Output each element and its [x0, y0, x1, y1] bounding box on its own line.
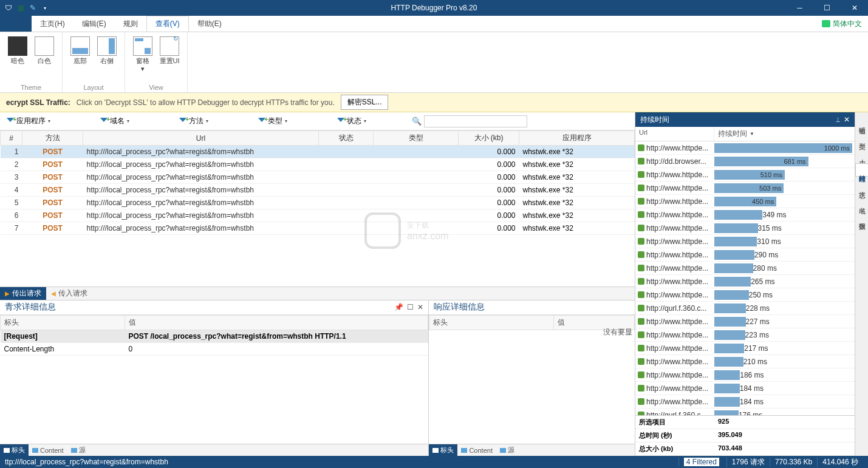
duration-row[interactable]: http://www.httpde... 349 ms [635, 208, 855, 222]
ribbon-btn-white-icon[interactable]: 白色 [32, 35, 57, 83]
vtab-3[interactable]: 持续时间 [855, 163, 868, 177]
table-row[interactable]: 7 POST http:///local_process_rpc?what=re… [1, 222, 635, 235]
duration-row[interactable]: http://www.httpde... 265 ms [635, 275, 855, 288]
duration-row[interactable]: http://www.httpde... 223 ms [635, 328, 855, 342]
duration-row[interactable]: http://www.httpde... 280 ms [635, 262, 855, 275]
menu-tab-3[interactable]: 查看(V) [146, 16, 189, 32]
duration-row[interactable]: http://www.httpde... 510 ms [635, 168, 855, 181]
vtab-1[interactable]: 类型 [855, 132, 868, 144]
response-detail-pane: 响应详细信息 标头 值 没有要显 标头Content源 [429, 300, 635, 456]
bottom-tab-标头[interactable]: 标头 [0, 444, 29, 456]
duration-col-duration[interactable]: 持续时间 ▼ [714, 127, 855, 141]
vtab-0[interactable]: 哈迪明 [855, 116, 868, 128]
filter-3[interactable]: 类型▾ [254, 114, 292, 128]
bottom-tab-源[interactable]: 源 [67, 444, 89, 456]
duration-bar: 217 ms [714, 344, 744, 353]
status-filtered: 4 Filtered [678, 458, 726, 466]
decrypt-ssl-button[interactable]: 解密SSL... [341, 95, 389, 110]
grid-col-0[interactable]: # [1, 131, 22, 146]
duration-row[interactable]: http://www.httpde... 186 ms [635, 368, 855, 382]
duration-col-url[interactable]: Url [635, 127, 714, 141]
duration-row[interactable]: http://www.httpde... 184 ms [635, 382, 855, 395]
duration-row[interactable]: http://www.httpde... 1000 ms [635, 141, 855, 155]
ribbon-btn-bottom-icon[interactable]: 底部 [67, 35, 93, 83]
request-grid[interactable]: #方法Url状态类型大小 (kb)应用程序 1 POST http:///loc… [0, 131, 635, 287]
minimize-button[interactable]: ─ [786, 0, 813, 16]
duration-row[interactable]: http://www.httpde... 290 ms [635, 248, 855, 262]
chevron-down-icon: ▾ [127, 118, 129, 124]
maximize-button[interactable]: ☐ [813, 0, 841, 16]
duration-row[interactable]: http://www.httpde... 210 ms [635, 355, 855, 368]
duration-row[interactable]: http://www.httpde... 217 ms [635, 342, 855, 355]
duration-row[interactable]: http://www.httpde... 315 ms [635, 222, 855, 235]
table-row[interactable]: 1 POST http:///local_process_rpc?what=re… [1, 146, 635, 158]
menu-tab-2[interactable]: 规则 [115, 16, 146, 32]
url-icon [638, 265, 644, 271]
tab-incoming[interactable]: ◀ 传入请求 [46, 287, 92, 300]
filter-2[interactable]: 方法▾ [175, 114, 213, 128]
filter-0[interactable]: 应用程序▾ [2, 114, 55, 128]
summary-row: 所选项目925 [635, 416, 855, 429]
menu-tab-1[interactable]: 编辑(E) [73, 16, 115, 32]
search-icon[interactable]: 🔍 [412, 117, 422, 126]
table-row[interactable]: 3 POST http:///local_process_rpc?what=re… [1, 171, 635, 184]
bottom-tab-标头[interactable]: 标头 [429, 444, 457, 456]
excel-export-icon[interactable]: ▦ [16, 3, 26, 13]
close-button[interactable]: ✕ [841, 0, 868, 16]
vtab-5[interactable]: 域名 [855, 196, 868, 208]
brush-icon[interactable]: ✎ [28, 3, 38, 13]
duration-row[interactable]: http://dd.browser... 681 ms [635, 155, 855, 168]
duration-row[interactable]: http://www.httpde... 184 ms [635, 395, 855, 409]
vtab-2[interactable]: 大小 [855, 148, 868, 160]
ribbon-btn-dark-icon[interactable]: 暗色 [5, 35, 30, 83]
language-selector[interactable]: 简体中文 [822, 16, 862, 32]
request-col-header[interactable]: 标头 [1, 315, 125, 330]
duration-row[interactable]: http://qurl.f.360.c... 176 ms [635, 409, 855, 415]
duration-row[interactable]: http://www.httpde... 450 ms [635, 195, 855, 208]
grid-col-6[interactable]: 应用程序 [519, 131, 635, 146]
panel-pin-icon[interactable]: ⟂ [836, 115, 840, 124]
filter-4[interactable]: 状态▾ [333, 114, 371, 128]
url-icon [638, 171, 644, 178]
duration-row[interactable]: http://www.httpde... 310 ms [635, 235, 855, 248]
table-row[interactable]: 5 POST http:///local_process_rpc?what=re… [1, 197, 635, 209]
qat-dropdown-icon[interactable]: ▾ [40, 3, 50, 13]
tab-outgoing[interactable]: ▶ 传出请求 [0, 287, 46, 300]
grid-col-1[interactable]: 方法 [22, 131, 83, 146]
left-area: 应用程序▾域名▾方法▾类型▾状态▾🔍 #方法Url状态类型大小 (kb)应用程序… [0, 112, 635, 456]
duration-row[interactable]: http://www.httpde... 503 ms [635, 181, 855, 195]
ribbon-btn-right-icon[interactable]: 右侧 [94, 35, 120, 83]
panel-close-icon[interactable]: ✕ [844, 115, 850, 124]
ribbon-btn-reset-icon[interactable]: 重置UI [157, 35, 182, 83]
search-input[interactable] [424, 115, 527, 127]
table-row[interactable]: 4 POST http:///local_process_rpc?what=re… [1, 184, 635, 197]
duration-row[interactable]: http://www.httpde... 227 ms [635, 315, 855, 328]
maximize-pane-icon[interactable]: ☐ [407, 303, 414, 311]
filter-bar: 应用程序▾域名▾方法▾类型▾状态▾🔍 [0, 112, 635, 131]
request-col-value[interactable]: 值 [125, 315, 428, 330]
request-bottom-tabs: 标头Content源 [0, 444, 428, 456]
duration-list[interactable]: http://www.httpde... 1000 ms http://dd.b… [635, 141, 855, 415]
grid-col-3[interactable]: 状态 [319, 131, 374, 146]
duration-row[interactable]: http://qurl.f.360.c... 228 ms [635, 302, 855, 315]
table-row[interactable]: 6 POST http:///local_process_rpc?what=re… [1, 209, 635, 222]
file-tab[interactable] [0, 16, 32, 32]
vtab-6[interactable]: 数据报 [855, 212, 868, 224]
close-pane-icon[interactable]: ✕ [417, 303, 423, 311]
chevron-down-icon: ▾ [364, 118, 366, 124]
pin-icon[interactable]: 📌 [394, 303, 403, 311]
response-col-header[interactable]: 标头 [429, 315, 554, 330]
menu-tab-0[interactable]: 主页(H) [32, 16, 73, 32]
ribbon-btn-window-icon[interactable]: 窗格▾ [130, 35, 155, 83]
bottom-tab-Content[interactable]: Content [457, 444, 496, 456]
bottom-tab-源[interactable]: 源 [496, 444, 518, 456]
menu-tab-4[interactable]: 帮助(E) [189, 16, 230, 32]
grid-col-2[interactable]: Url [83, 131, 319, 146]
vtab-4[interactable]: 状态 [855, 180, 868, 192]
table-row[interactable]: 2 POST http:///local_process_rpc?what=re… [1, 158, 635, 171]
filter-1[interactable]: 域名▾ [96, 114, 134, 128]
duration-row[interactable]: http://www.httpde... 250 ms [635, 288, 855, 302]
grid-col-5[interactable]: 大小 (kb) [459, 131, 519, 146]
grid-col-4[interactable]: 类型 [374, 131, 459, 146]
bottom-tab-Content[interactable]: Content [29, 444, 67, 456]
